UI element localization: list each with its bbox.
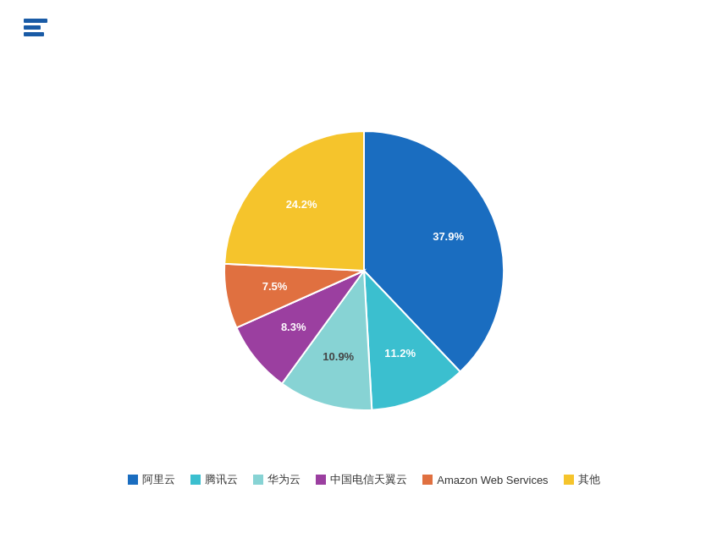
logo-line-3	[24, 32, 44, 36]
idc-logo	[24, 19, 52, 36]
legend-item: 中国电信天翼云	[316, 472, 407, 487]
svg-text:37.9%: 37.9%	[433, 230, 464, 243]
svg-text:8.3%: 8.3%	[281, 321, 306, 333]
legend-color-dot	[422, 475, 433, 485]
legend-color-dot	[253, 475, 263, 485]
legend-color-dot	[564, 475, 574, 485]
legend-label: 华为云	[267, 472, 301, 487]
legend-item: 腾讯云	[190, 472, 238, 487]
logo-lines-icon	[24, 19, 47, 36]
legend-item: 阿里云	[128, 472, 175, 487]
legend-item: 其他	[564, 472, 600, 487]
legend-label: 中国电信天翼云	[330, 472, 407, 487]
logo-line-1	[24, 19, 47, 23]
logo-line-2	[24, 25, 41, 30]
svg-text:24.2%: 24.2%	[286, 198, 317, 211]
pie-chart: 37.9%11.2%10.9%8.3%7.5%24.2%	[212, 118, 516, 423]
legend-label: 阿里云	[142, 472, 175, 487]
svg-text:11.2%: 11.2%	[384, 347, 416, 360]
svg-text:7.5%: 7.5%	[262, 280, 288, 293]
legend-label: 腾讯云	[205, 472, 238, 487]
page-container: 37.9%11.2%10.9%8.3%7.5%24.2% 阿里云腾讯云华为云中国…	[0, 0, 728, 560]
legend-item: Amazon Web Services	[422, 474, 548, 486]
legend-item: 华为云	[253, 472, 301, 487]
pie-chart-svg: 37.9%11.2%10.9%8.3%7.5%24.2%	[212, 118, 516, 423]
legend-label: Amazon Web Services	[437, 474, 548, 486]
legend-color-dot	[316, 475, 326, 485]
chart-legend: 阿里云腾讯云华为云中国电信天翼云Amazon Web Services其他	[0, 472, 728, 487]
svg-text:10.9%: 10.9%	[323, 350, 354, 363]
legend-label: 其他	[578, 472, 600, 487]
legend-color-dot	[128, 475, 138, 485]
legend-color-dot	[190, 475, 201, 485]
